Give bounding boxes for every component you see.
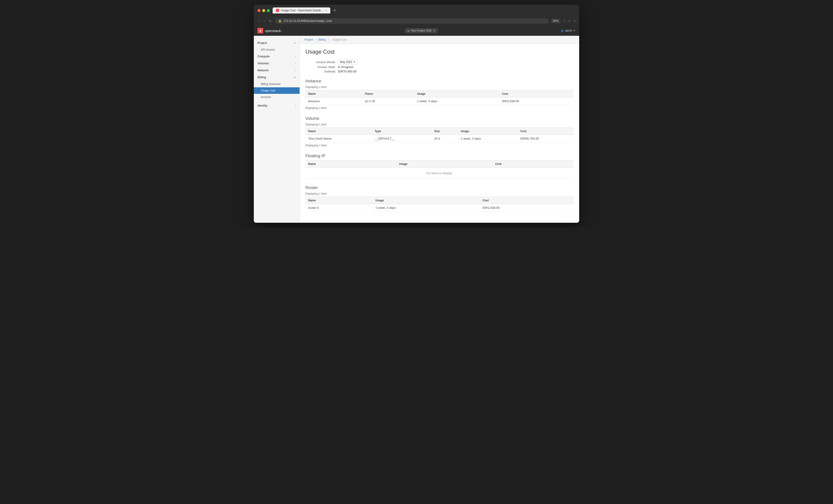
toolbar-icons: ☆ 🛡 ≡ [563, 19, 575, 23]
logo-icon-text: ■ [260, 29, 261, 32]
volume-usage-0: 1 week, 3 days [458, 135, 517, 142]
address-bar[interactable]: 🔒 172.10.10.10:8080/project/usage_cost/ [275, 18, 548, 24]
address-text: 172.10.10.10:8080/project/usage_cost/ [284, 19, 545, 23]
sidebar-item-billing-overview[interactable]: Billing Overview [254, 81, 300, 87]
user-icon: 👤 [561, 29, 564, 32]
sidebar-billing-group[interactable]: Billing ▼ [254, 74, 300, 81]
router-row-0: router-0 1 week, 3 days IDR2,838.00 [305, 204, 574, 211]
sidebar-item-usage-cost[interactable]: Usage Cost [254, 87, 300, 94]
breadcrumb-usage-cost: Usage Cost [332, 38, 347, 41]
breadcrumb-sep-1: / [315, 38, 317, 41]
sidebar-api-access-label: API Access [261, 48, 275, 51]
security-icon: 🔒 [278, 19, 282, 23]
project-selector[interactable]: ▣ Test Project SDK ▼ [405, 28, 438, 33]
sidebar-network-label: Network [258, 69, 268, 72]
volume-name-0: Tess Ganti Nama [305, 135, 372, 142]
project-chevron: ▼ [433, 29, 435, 32]
logo-text: openstack. [265, 29, 282, 33]
instance-usage-0: 1 week, 3 days [414, 98, 499, 105]
instance-display-count-top: Displaying 1 item [305, 85, 574, 89]
sidebar-item-invoices[interactable]: Invoices [254, 94, 300, 100]
sidebar-project-section: Project ▼ API Access Compute › Volumes › [254, 37, 300, 102]
instance-cost-0: IDR2,838.00 [499, 98, 574, 105]
instance-display-count-bottom: Displaying 1 item [305, 106, 574, 110]
logo-icon: ■ [258, 28, 263, 33]
sidebar-invoices-label: Invoices [261, 96, 271, 99]
app-container: ■ openstack. ▣ Test Project SDK ▼ 👤 admi… [254, 26, 579, 223]
floating-ip-col-name: Name [305, 160, 396, 168]
back-button[interactable]: ‹ [258, 18, 261, 24]
user-menu[interactable]: 👤 admin ▼ [561, 29, 575, 32]
volume-header-row: Name Type Size Usage Cost [305, 128, 574, 135]
maximize-button[interactable] [267, 9, 270, 12]
volume-display-count-bottom: Displaying 1 item [305, 144, 574, 147]
breadcrumb-project[interactable]: Project [305, 38, 313, 41]
volumes-chevron-icon: › [295, 62, 296, 65]
breadcrumb-billing[interactable]: Billing [318, 38, 326, 41]
close-button[interactable] [258, 9, 261, 12]
instance-col-flavor: Flavor [362, 90, 414, 98]
new-tab-button[interactable]: + [332, 8, 337, 14]
router-name-0: router-0 [305, 204, 373, 211]
month-value: May 2022 [340, 60, 352, 64]
bookmark-icon[interactable]: ☆ [563, 19, 566, 23]
invoice-state-label: Invoice State [305, 65, 338, 69]
sidebar-item-api-access[interactable]: API Access [254, 47, 300, 53]
floating-ip-col-cost: Cost [493, 160, 574, 168]
project-chevron-icon: ▼ [293, 42, 296, 44]
subtotal-value: IDR70,950.00 [338, 70, 357, 73]
invoice-state-value: In Progress [338, 65, 353, 69]
volume-size-0: 20.0 [431, 135, 458, 142]
sidebar-project-group[interactable]: Project ▼ [254, 40, 300, 47]
menu-icon[interactable]: ≡ [574, 19, 575, 23]
tab-close-icon[interactable]: ✕ [325, 9, 327, 12]
instance-flavor-0: s2-2-20 [362, 98, 414, 105]
floating-ip-no-items-row: No items to display. [305, 168, 574, 179]
sidebar-billing-label: Billing [258, 76, 266, 79]
active-tab[interactable]: Usage Cost - OpenStack Dashb... ✕ [272, 7, 330, 14]
billing-chevron-icon: ▼ [293, 76, 296, 79]
volume-section: Volume Displaying 1 item Name Type Size … [305, 116, 574, 147]
sidebar-billing-overview-label: Billing Overview [261, 82, 281, 86]
sidebar-usage-cost-label: Usage Cost [261, 89, 276, 92]
volume-table-body: Tess Ganti Nama __DEFAULT__ 20.0 1 week,… [305, 135, 574, 142]
browser-titlebar: Usage Cost - OpenStack Dashb... ✕ + [254, 5, 579, 16]
invoice-meta: Invoice Month May 2022 ▼ Invoice State I… [305, 60, 574, 73]
volume-col-size: Size [431, 128, 458, 135]
subtotal-label: Subtotal [305, 70, 338, 73]
month-selector[interactable]: May 2022 ▼ [338, 60, 357, 64]
subtotal-row: Subtotal IDR70,950.00 [305, 70, 574, 73]
sidebar-network-group[interactable]: Network › [254, 67, 300, 74]
instance-col-name: Name [305, 90, 362, 98]
zoom-level: 90% [551, 19, 561, 23]
shield-icon[interactable]: 🛡 [568, 19, 571, 23]
minimize-button[interactable] [262, 9, 265, 12]
sidebar-compute-group[interactable]: Compute › [254, 53, 300, 60]
folder-icon: ▣ [407, 29, 409, 32]
network-chevron-icon: › [295, 69, 296, 72]
volume-type-0: __DEFAULT__ [372, 135, 431, 142]
instance-col-usage: Usage [414, 90, 499, 98]
invoice-month-label: Invoice Month [305, 60, 338, 64]
browser-addressbar: ‹ › ↻ 🔒 172.10.10.10:8080/project/usage_… [254, 16, 579, 26]
sidebar-identity-group[interactable]: Identity › [254, 102, 300, 109]
content-area: Usage Cost Invoice Month May 2022 ▼ [300, 44, 579, 223]
app-header: ■ openstack. ▣ Test Project SDK ▼ 👤 admi… [254, 26, 579, 36]
router-col-cost: Cost [480, 197, 574, 204]
reload-button[interactable]: ↻ [268, 18, 272, 24]
router-section: Router Displaying 1 item Name Usage Cost [305, 185, 574, 211]
instance-table: Name Flavor Usage Cost tesssxxx s2-2-20 [305, 90, 574, 105]
volume-section-title: Volume [305, 116, 574, 121]
forward-button[interactable]: › [263, 18, 266, 24]
browser-window: Usage Cost - OpenStack Dashb... ✕ + ‹ › … [254, 5, 579, 223]
sidebar-compute-label: Compute [258, 55, 270, 58]
sidebar-volumes-group[interactable]: Volumes › [254, 60, 300, 67]
instance-table-head: Name Flavor Usage Cost [305, 90, 574, 98]
breadcrumb: Project / Billing / Usage Cost [300, 36, 579, 44]
instance-header-row: Name Flavor Usage Cost [305, 90, 574, 98]
floating-ip-table: Name Usage Cost No items to display. [305, 160, 574, 179]
main-content: Project / Billing / Usage Cost Usage Cos… [300, 36, 579, 223]
router-table: Name Usage Cost router-0 1 week, 3 days … [305, 197, 574, 211]
volume-col-usage: Usage [458, 128, 517, 135]
page-title: Usage Cost [305, 49, 574, 55]
